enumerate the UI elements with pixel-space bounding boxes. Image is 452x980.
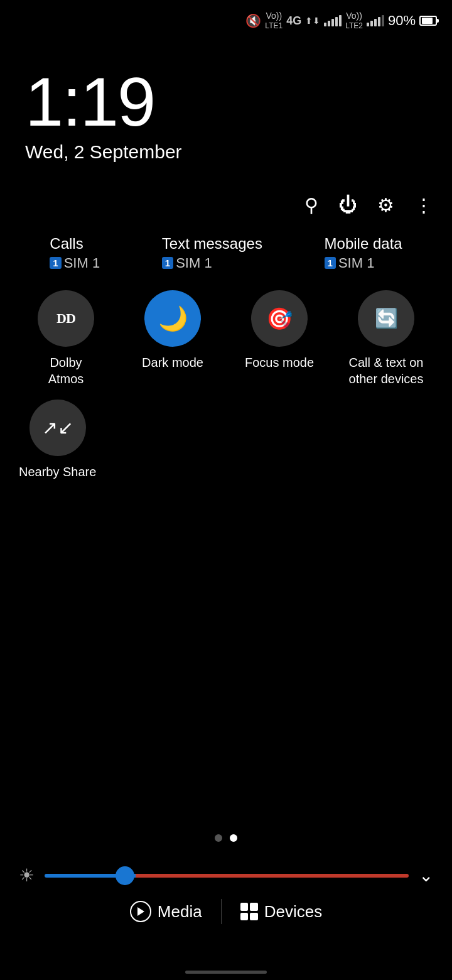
calls-label: Calls (50, 235, 83, 253)
home-indicator (185, 971, 267, 974)
media-label: Media (158, 902, 202, 922)
sim1-lte-label: Vo))LTE1 (265, 11, 282, 31)
qs-toolbar: ⚲ ⏻ ⚙ ⋮ (0, 188, 452, 222)
clock-time: 1:19 (25, 67, 427, 136)
data-sim-sub: 1 SIM 1 (325, 255, 375, 271)
nearby-share-icon: ↗↙ (42, 416, 73, 438)
text-sim-sub: 1 SIM 1 (162, 255, 212, 271)
page-dot-1[interactable] (215, 834, 222, 842)
clock-section: 1:19 Wed, 2 September (0, 36, 452, 175)
upload-download-icon: ⬆⬇ (305, 16, 320, 26)
sim2-lte-label: Vo))LTE2 (345, 11, 363, 31)
sim-mobile-data[interactable]: Mobile data 1 SIM 1 (325, 235, 402, 271)
signal2-bars (367, 15, 384, 26)
call-text-circle: 🔄 (358, 290, 414, 347)
devices-grid-icon (240, 903, 258, 920)
dark-mode-label: Dark mode (142, 354, 203, 371)
page-dot-2[interactable] (230, 834, 237, 842)
status-icons: 🔇 Vo))LTE1 4G ⬆⬇ Vo))LTE2 90% (245, 11, 437, 31)
nearby-share-circle: ↗↙ (30, 400, 86, 456)
media-play-icon (130, 901, 151, 922)
data-sim-name: SIM 1 (338, 255, 374, 271)
dolby-icon: DD (56, 310, 75, 327)
text-sim-badge: 1 (162, 257, 173, 269)
search-icon[interactable]: ⚲ (304, 194, 318, 216)
power-icon[interactable]: ⏻ (338, 194, 357, 215)
clock-date: Wed, 2 September (25, 141, 427, 163)
battery-icon (419, 16, 437, 26)
devices-label: Devices (264, 902, 322, 922)
dark-mode-circle: 🌙 (144, 290, 201, 347)
calls-sim-name: SIM 1 (64, 255, 100, 271)
devices-button[interactable]: Devices (222, 892, 341, 932)
signal1-bars (324, 15, 342, 26)
tile-focus-mode[interactable]: 🎯 Focus mode (232, 290, 326, 387)
page-indicators (215, 834, 237, 842)
data-sim-badge: 1 (325, 257, 336, 269)
qs-tiles-row2: ↗↙ Nearby Share (0, 400, 452, 493)
brightness-slider-track[interactable] (45, 874, 409, 878)
4g-label: 4G (286, 14, 301, 28)
bottom-bar: Media Devices (0, 881, 452, 942)
mute-icon: 🔇 (245, 13, 261, 28)
call-rotate-icon: 🔄 (375, 307, 398, 329)
focus-mode-label: Focus mode (245, 354, 314, 371)
sim-text-messages[interactable]: Text messages 1 SIM 1 (162, 235, 262, 271)
moon-icon: 🌙 (158, 305, 188, 332)
text-sim-name: SIM 1 (176, 255, 212, 271)
calls-sim-badge: 1 (50, 257, 61, 269)
settings-icon[interactable]: ⚙ (377, 194, 394, 216)
dolby-atmos-label: DolbyAtmos (48, 354, 84, 387)
more-options-icon[interactable]: ⋮ (414, 194, 433, 216)
nearby-share-label: Nearby Share (19, 464, 96, 480)
tile-dolby-atmos[interactable]: DD DolbyAtmos (19, 290, 113, 387)
focus-mode-circle: 🎯 (251, 290, 308, 347)
call-text-label: Call & text onother devices (349, 354, 424, 387)
battery-percentage: 90% (388, 13, 416, 29)
tile-dark-mode[interactable]: 🌙 Dark mode (126, 290, 220, 387)
text-messages-label: Text messages (162, 235, 262, 253)
mobile-data-label: Mobile data (325, 235, 402, 253)
dolby-atmos-circle: DD (38, 290, 94, 347)
calls-sim-sub: 1 SIM 1 (50, 255, 100, 271)
tile-call-text-devices[interactable]: 🔄 Call & text onother devices (339, 290, 433, 387)
status-bar: 🔇 Vo))LTE1 4G ⬆⬇ Vo))LTE2 90% (0, 0, 452, 36)
media-button[interactable]: Media (111, 891, 221, 932)
focus-icon: 🎯 (266, 306, 293, 331)
tile-nearby-share[interactable]: ↗↙ Nearby Share (19, 400, 96, 480)
qs-tiles-row1: DD DolbyAtmos 🌙 Dark mode 🎯 Focus mode 🔄… (0, 278, 452, 400)
sim-row: Calls 1 SIM 1 Text messages 1 SIM 1 Mobi… (0, 229, 452, 278)
sim-calls[interactable]: Calls 1 SIM 1 (50, 235, 100, 271)
svg-marker-0 (137, 907, 144, 916)
